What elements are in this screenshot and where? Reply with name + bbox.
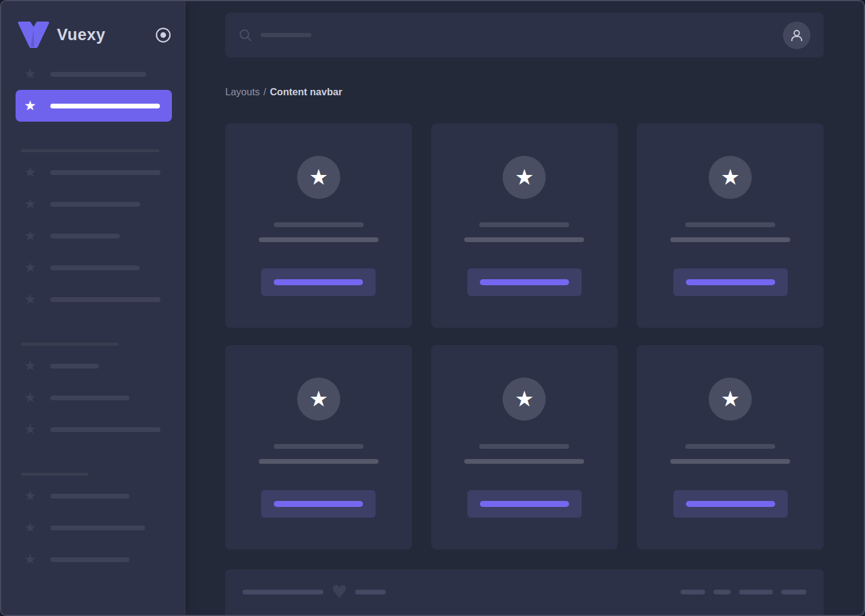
star-icon: ★: [24, 67, 40, 81]
sidebar-section-header-placeholder: [21, 473, 88, 476]
user-avatar-button[interactable]: [783, 22, 810, 49]
breadcrumb-separator: /: [264, 86, 267, 97]
breadcrumb-current-page: Content navbar: [270, 86, 342, 97]
card-title-placeholder: [479, 444, 569, 449]
app-window: Vuexy ★ ★ ★ ★ ★ ★ ★ ★ ★: [0, 0, 865, 616]
card-subtitle-placeholder: [259, 459, 379, 464]
menu-item-label-placeholder: [50, 104, 160, 108]
star-icon: ★: [24, 99, 40, 113]
menu-pin-toggle-icon[interactable]: [155, 27, 171, 43]
sidebar-menu-item[interactable]: ★: [16, 283, 172, 315]
card-title-placeholder: [274, 222, 364, 227]
card-title-placeholder: [685, 222, 775, 227]
menu-item-label-placeholder: [50, 364, 99, 369]
menu-item-label-placeholder: [50, 427, 161, 432]
brand-name: Vuexy: [57, 26, 105, 44]
card-subtitle-placeholder: [259, 237, 379, 242]
breadcrumb: Layouts/Content navbar: [225, 86, 824, 98]
footer-link-placeholder: [739, 590, 773, 594]
vuexy-logo-icon: [18, 21, 49, 49]
star-icon: ★: [515, 167, 534, 188]
footer-link-placeholder: [680, 590, 705, 594]
star-icon: ★: [24, 422, 40, 436]
footer-left-group: ♥: [243, 587, 386, 597]
star-icon: ★: [721, 388, 740, 410]
sidebar-menu-item[interactable]: ★: [16, 156, 172, 188]
button-label-placeholder: [480, 279, 569, 285]
card-action-button[interactable]: [261, 490, 376, 518]
sidebar-menu-item[interactable]: ★: [16, 480, 172, 512]
content-card: ★: [431, 123, 618, 328]
star-icon: ★: [309, 388, 328, 410]
star-icon: ★: [24, 359, 40, 373]
menu-item-label-placeholder: [50, 202, 140, 207]
card-subtitle-placeholder: [464, 459, 584, 464]
sidebar-menu-item[interactable]: ★: [16, 90, 172, 122]
brand-header: Vuexy: [1, 1, 186, 49]
content-card: ★: [225, 345, 412, 549]
star-icon: ★: [24, 165, 40, 179]
card-subtitle-placeholder: [464, 237, 584, 242]
search-input[interactable]: [238, 28, 783, 43]
card-avatar-circle: ★: [709, 378, 752, 421]
card-title-placeholder: [274, 444, 364, 449]
star-icon: ★: [24, 391, 40, 404]
footer-card: ♥: [225, 569, 824, 616]
heart-icon: ♥: [331, 583, 347, 601]
card-avatar-circle: ★: [297, 378, 340, 421]
star-icon: ★: [24, 521, 40, 535]
sidebar-section-header-placeholder: [21, 343, 119, 346]
card-action-button[interactable]: [673, 268, 788, 296]
button-label-placeholder: [480, 501, 569, 507]
card-title-placeholder: [479, 222, 569, 227]
footer-text-placeholder: [243, 590, 323, 594]
menu-item-label-placeholder: [50, 72, 146, 77]
sidebar-menu-item[interactable]: ★: [16, 220, 172, 252]
footer-link-placeholder: [713, 590, 731, 594]
content-card: ★: [225, 123, 412, 328]
breadcrumb-link-layouts[interactable]: Layouts: [225, 86, 260, 97]
footer-right-group: [672, 587, 806, 597]
sidebar-menu-item[interactable]: ★: [16, 350, 172, 382]
footer-link-placeholder: [781, 590, 806, 594]
card-subtitle-placeholder: [670, 237, 790, 242]
menu-item-label-placeholder: [50, 395, 129, 400]
card-action-button[interactable]: [467, 268, 582, 296]
button-label-placeholder: [274, 501, 363, 507]
menu-item-label-placeholder: [50, 265, 140, 270]
star-icon: ★: [24, 229, 40, 243]
sidebar-menu-item[interactable]: ★: [16, 58, 172, 90]
sidebar-menu-item[interactable]: ★: [16, 252, 172, 283]
sidebar-menu-item[interactable]: ★: [16, 512, 172, 543]
footer-text-placeholder: [355, 590, 386, 594]
card-title-placeholder: [685, 444, 775, 449]
menu-item-label-placeholder: [50, 234, 120, 238]
menu-item-label-placeholder: [50, 494, 129, 499]
sidebar-menu-item[interactable]: ★: [16, 382, 172, 413]
sidebar-menu-item[interactable]: ★: [16, 188, 172, 220]
menu-item-label-placeholder: [50, 170, 161, 175]
card-action-button[interactable]: [261, 268, 376, 296]
card-avatar-circle: ★: [297, 156, 340, 199]
card-action-button[interactable]: [673, 490, 788, 518]
sidebar: Vuexy ★ ★ ★ ★ ★ ★ ★ ★ ★: [1, 1, 186, 615]
menu-item-label-placeholder: [50, 557, 129, 562]
card-grid: ★ ★ ★ ★ ★: [225, 123, 824, 549]
star-icon: ★: [515, 388, 534, 410]
button-label-placeholder: [686, 501, 775, 507]
sidebar-menu: ★ ★ ★ ★ ★ ★ ★ ★ ★ ★ ★ ★ ★: [1, 58, 186, 575]
search-icon: [238, 28, 253, 43]
card-action-button[interactable]: [467, 490, 582, 518]
sidebar-menu-item[interactable]: ★: [16, 413, 172, 445]
content-card: ★: [431, 345, 618, 549]
star-icon: ★: [24, 261, 40, 274]
star-icon: ★: [24, 489, 40, 503]
card-avatar-circle: ★: [709, 156, 752, 199]
star-icon: ★: [24, 292, 40, 306]
card-avatar-circle: ★: [503, 378, 546, 421]
sidebar-menu-item[interactable]: ★: [16, 543, 172, 575]
content-card: ★: [637, 345, 824, 549]
star-icon: ★: [24, 197, 40, 211]
menu-item-label-placeholder: [50, 297, 161, 302]
button-label-placeholder: [274, 279, 363, 285]
